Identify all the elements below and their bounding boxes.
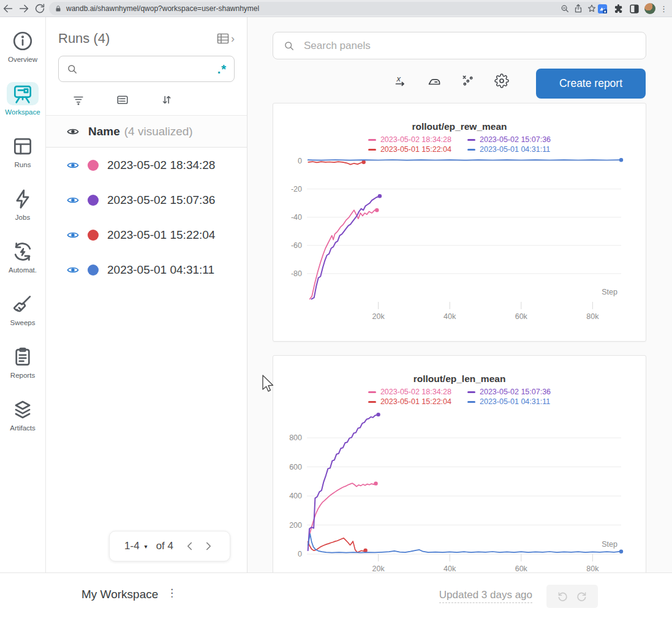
runs-panel-title: Runs (4) [58, 31, 216, 47]
chart-panel-ep-rew-mean[interactable]: rollout/ep_rew_mean2023-05-02 18:34:2820… [273, 103, 646, 342]
legend-dash [467, 139, 475, 141]
outliers-icon[interactable] [461, 73, 475, 88]
sidebar-item-automat[interactable]: Automat. [0, 230, 45, 283]
eye-icon[interactable] [66, 125, 80, 138]
create-report-button[interactable]: Create report [536, 69, 646, 99]
address-bar[interactable]: wandb.ai/shawnhymel/qwop?workspace=user-… [49, 2, 603, 15]
legend-entry: 2023-05-02 15:07:36 [467, 388, 551, 396]
visibility-eye-icon[interactable] [66, 193, 80, 207]
chart-legend: 2023-05-02 18:34:282023-05-02 15:07:3620… [273, 388, 646, 406]
browser-toolbar: wandb.ai/shawnhymel/qwop?workspace=user-… [0, 0, 672, 17]
visibility-eye-icon[interactable] [66, 263, 80, 277]
main-panel: x Create report rollout/ep_rew_mean2023-… [247, 17, 672, 619]
panel-search-box [273, 32, 646, 59]
legend-label: 2023-05-01 15:22:04 [380, 397, 451, 406]
share-icon[interactable] [572, 3, 585, 14]
runs-search-input[interactable] [83, 63, 217, 75]
series-line [308, 162, 363, 165]
smoothing-iron-icon[interactable] [427, 73, 442, 88]
y-tick-label: 0 [298, 157, 302, 165]
sidebar-item-workspace[interactable]: Workspace [0, 72, 45, 125]
visibility-eye-icon[interactable] [66, 159, 80, 172]
expand-table-button[interactable]: › [216, 31, 235, 46]
filter-icon[interactable] [72, 93, 85, 107]
run-row[interactable]: 2023-05-02 18:34:28 [46, 148, 247, 182]
avatar[interactable] [644, 3, 655, 14]
sidebar-item-overview[interactable]: Overview [0, 20, 45, 72]
page-total: of 4 [156, 540, 173, 552]
legend-entry: 2023-05-02 18:34:28 [368, 135, 451, 144]
run-color-dot[interactable] [88, 195, 99, 206]
run-color-dot[interactable] [88, 160, 99, 171]
sidebar-item-label: Automat. [9, 266, 37, 274]
run-row[interactable]: 2023-05-02 15:07:36 [46, 182, 247, 217]
undo-icon[interactable] [556, 590, 569, 603]
run-row[interactable]: 2023-05-01 15:22:04 [46, 217, 247, 252]
runs-list: 2023-05-02 18:34:282023-05-02 15:07:3620… [46, 148, 247, 287]
chart-plot[interactable]: 0-20-40-60-8020k40k60k80kStep [273, 155, 646, 332]
puzzle-extension-icon[interactable] [613, 3, 624, 15]
panel-search-input[interactable] [303, 39, 636, 53]
sweeps-broom-icon [7, 293, 39, 316]
workspace-title: My Workspace [81, 588, 158, 601]
blue-extension-icon[interactable] [597, 3, 608, 15]
series-end-dot [363, 549, 367, 552]
artifacts-layers-icon [7, 398, 39, 421]
sidebar-item-label: Runs [15, 161, 31, 168]
run-name: 2023-05-02 18:34:28 [107, 159, 215, 172]
x-tick-label: 80k [586, 312, 599, 321]
sidebar-item-reports[interactable]: Reports [0, 336, 45, 388]
x-tick-label: 20k [372, 565, 385, 573]
redo-icon[interactable] [575, 590, 588, 603]
sidebar-item-label: Overview [8, 56, 37, 63]
regex-toggle-icon[interactable]: .* [217, 66, 227, 72]
chart-plot[interactable]: 020040060080020k40k60k80kStep [273, 407, 646, 585]
updated-timestamp[interactable]: Updated 3 days ago [439, 589, 532, 603]
run-color-dot[interactable] [88, 230, 99, 241]
zoom-icon[interactable] [558, 3, 572, 14]
sidebar-item-sweeps[interactable]: Sweeps [0, 283, 45, 336]
page-range[interactable]: 1-4 [124, 540, 140, 552]
x-axis-icon[interactable]: x [393, 73, 408, 88]
series-line [310, 210, 377, 299]
x-tick-label: 20k [372, 312, 385, 321]
series-end-dot [619, 158, 623, 162]
next-page-button[interactable] [202, 539, 215, 553]
list-icon[interactable] [116, 93, 129, 107]
legend-dash [368, 391, 376, 393]
pagination: 1-4 ▾ of 4 [109, 531, 230, 561]
legend-dash [467, 401, 475, 403]
legend-label: 2023-05-02 18:34:28 [380, 135, 451, 144]
series-end-dot [378, 194, 382, 198]
reload-icon[interactable] [32, 2, 48, 15]
visibility-eye-icon[interactable] [66, 228, 80, 242]
chart-title: rollout/ep_len_mean [273, 373, 646, 385]
sidebar-item-jobs[interactable]: Jobs [0, 178, 45, 230]
y-tick-label: 400 [289, 492, 302, 500]
chart-panel-ep-len-mean[interactable]: rollout/ep_len_mean2023-05-02 18:34:2820… [273, 355, 646, 594]
workspace-menu-icon[interactable]: ⋮ [167, 587, 177, 599]
settings-gear-icon[interactable] [494, 73, 509, 88]
footer-bar: My Workspace ⋮ Updated 3 days ago [0, 572, 672, 619]
caret-down-icon[interactable]: ▾ [145, 543, 148, 550]
legend-entry: 2023-05-01 15:22:04 [368, 145, 451, 154]
url-text: wandb.ai/shawnhymel/qwop?workspace=user-… [66, 4, 558, 13]
browser-extensions: ⋮ [597, 0, 667, 17]
sidebar-item-artifacts[interactable]: Artifacts [0, 388, 45, 441]
forward-icon[interactable] [16, 2, 32, 15]
legend-dash [368, 139, 376, 141]
sidebar-item-runs[interactable]: Runs [0, 125, 45, 178]
y-tick-label: -60 [291, 241, 302, 250]
run-color-dot[interactable] [88, 264, 99, 276]
sort-icon[interactable] [160, 93, 173, 107]
kebab-menu-icon[interactable]: ⋮ [660, 4, 667, 13]
sidebar-item-label: Jobs [15, 214, 30, 221]
chart-legend: 2023-05-02 18:34:282023-05-02 15:07:3620… [273, 135, 646, 154]
legend-dash [368, 149, 376, 151]
back-icon[interactable] [0, 2, 16, 15]
run-name: 2023-05-02 15:07:36 [107, 193, 215, 207]
run-row[interactable]: 2023-05-01 04:31:11 [46, 252, 247, 287]
halfsquare-extension-icon[interactable] [629, 3, 640, 15]
prev-page-button[interactable] [183, 539, 197, 553]
series-end-dot [375, 208, 379, 212]
